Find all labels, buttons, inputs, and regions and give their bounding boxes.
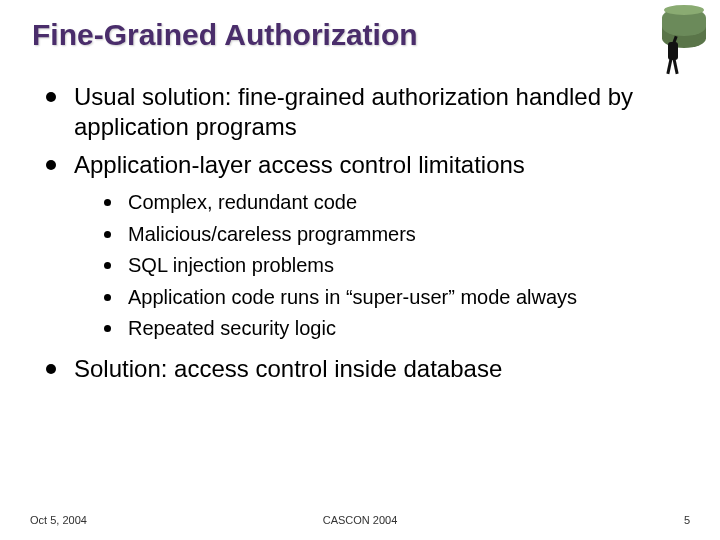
footer-conference: CASCON 2004: [0, 514, 720, 526]
sub-bullet-item: SQL injection problems: [104, 253, 688, 279]
bullet-text: Usual solution: fine-grained authorizati…: [74, 83, 633, 140]
bullet-item: Solution: access control inside database: [46, 354, 688, 384]
bullet-text: Application-layer access control limitat…: [74, 151, 525, 178]
sub-bullet-item: Complex, redundant code: [104, 190, 688, 216]
bullet-item: Usual solution: fine-grained authorizati…: [46, 82, 688, 142]
sub-bullet-item: Malicious/careless programmers: [104, 222, 688, 248]
person-hanging-icon: [660, 36, 688, 80]
sub-bullet-text: Repeated security logic: [128, 317, 336, 339]
slide-title: Fine-Grained Authorization: [32, 18, 688, 52]
sub-bullet-text: SQL injection problems: [128, 254, 334, 276]
sub-bullet-item: Application code runs in “super-user” mo…: [104, 285, 688, 311]
sub-bullet-text: Complex, redundant code: [128, 191, 357, 213]
slide: Fine-Grained Authorization Usual solutio…: [0, 0, 720, 540]
sub-bullet-list: Complex, redundant code Malicious/carele…: [74, 190, 688, 342]
footer-date: Oct 5, 2004: [30, 514, 87, 526]
footer-page-number: 5: [684, 514, 690, 526]
sub-bullet-text: Malicious/careless programmers: [128, 223, 416, 245]
corner-graphic: [640, 8, 706, 86]
bullet-text: Solution: access control inside database: [74, 355, 502, 382]
sub-bullet-text: Application code runs in “super-user” mo…: [128, 286, 577, 308]
sub-bullet-item: Repeated security logic: [104, 316, 688, 342]
bullet-item: Application-layer access control limitat…: [46, 150, 688, 342]
database-icon: [662, 8, 706, 36]
slide-footer: Oct 5, 2004 CASCON 2004 5: [0, 514, 720, 526]
bullet-list: Usual solution: fine-grained authorizati…: [32, 82, 688, 384]
